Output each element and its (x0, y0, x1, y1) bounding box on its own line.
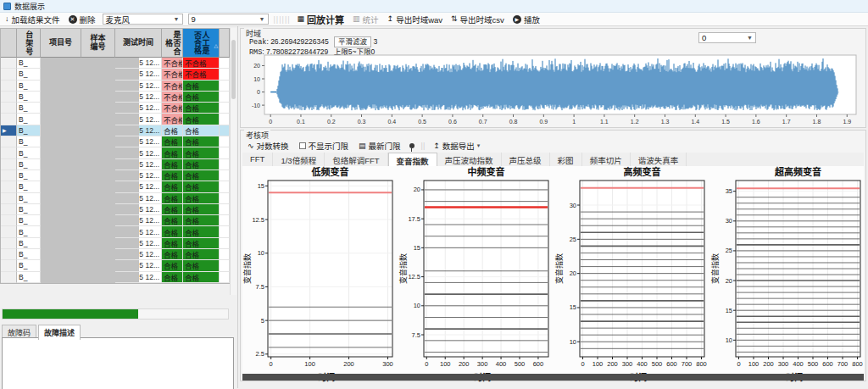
cell-test-time[interactable]: 5 12... (115, 147, 162, 158)
waveform-plot[interactable]: -100102000.10.20.30.40.50.60.70.80.911.1… (248, 53, 860, 127)
scrollbar-thumb[interactable] (231, 40, 236, 99)
col-header-time[interactable]: 测试时间 (115, 29, 162, 58)
cell-project-redacted[interactable] (41, 249, 81, 260)
table-row[interactable]: B_ 5 12... 合格 合格 (1, 170, 230, 181)
table-row[interactable]: B_ 5 12... 合格 合格 (1, 215, 230, 226)
cell-bench-id[interactable]: B_ (17, 215, 41, 226)
cell-manual-result[interactable]: 合格 (183, 103, 220, 114)
table-row[interactable]: B_ 5 12... 不合格 合格 (1, 114, 230, 125)
cell-bench-id[interactable]: B_ (17, 58, 41, 69)
row-header[interactable] (1, 260, 17, 271)
smoothing-filter-button[interactable]: 平滑滤波 (334, 36, 371, 47)
cell-project-redacted[interactable] (41, 58, 81, 69)
table-row[interactable]: ▶ B_ 5 12... 合格 合格 (1, 125, 230, 136)
table-row[interactable]: B_ 5 12... 合格 合格 (1, 272, 230, 283)
cell-auto-result[interactable]: 合格 (162, 272, 183, 283)
cell-auto-result[interactable]: 不合格 (162, 114, 183, 125)
cell-sample-redacted[interactable] (81, 147, 115, 158)
row-header[interactable] (1, 215, 17, 226)
hide-threshold-checkbox[interactable]: 不显示门限 (298, 140, 351, 152)
cell-manual-result[interactable]: 合格 (183, 159, 220, 170)
table-row[interactable]: B_ 5 12... 合格 合格 (1, 249, 230, 260)
cell-sample-redacted[interactable] (81, 125, 115, 136)
export-csv-button[interactable]: ⇅ 导出时域csv (449, 14, 506, 25)
cell-auto-result[interactable]: 合格 (162, 238, 183, 249)
cell-auto-result[interactable]: 合格 (162, 136, 183, 147)
cell-auto-result[interactable]: 合格 (162, 260, 183, 271)
cell-project-redacted[interactable] (41, 136, 81, 147)
fault-description-textarea[interactable] (2, 337, 234, 389)
cell-test-time[interactable]: 5 12... (115, 81, 162, 92)
cell-manual-result[interactable]: 不合格 (183, 58, 220, 69)
cell-test-time[interactable]: 5 12... (115, 204, 162, 215)
table-row[interactable]: B_ 5 12... 合格 合格 (1, 136, 230, 147)
row-header[interactable] (1, 58, 17, 69)
cell-bench-id[interactable]: B_ (17, 103, 41, 114)
cell-test-time[interactable]: 5 12... (115, 103, 162, 114)
table-row[interactable]: B_ 5 12... 不合格 合格 (1, 92, 230, 103)
cell-bench-id[interactable]: B_ (17, 249, 41, 260)
cell-auto-result[interactable]: 不合格 (162, 58, 183, 69)
table-row[interactable]: B_ 5 12... 不合格 合格 (1, 103, 230, 114)
col-header-manual-result[interactable]: 人工是否合格 △ (183, 29, 220, 58)
table-row[interactable]: B_ 5 12... 合格 合格 (1, 159, 230, 170)
cell-auto-result[interactable]: 合格 (162, 147, 183, 158)
row-header[interactable] (1, 103, 17, 114)
cell-bench-id[interactable]: B_ (17, 272, 41, 283)
cell-manual-result[interactable]: 合格 (183, 147, 220, 158)
table-row[interactable]: B_ 5 12... 合格 合格 (1, 181, 230, 192)
chart-低频变音[interactable]: 低频变音2.557.51012.5150100200300时间/s变音指数 (242, 166, 398, 381)
cell-manual-result[interactable]: 合格 (183, 226, 220, 237)
cell-auto-result[interactable]: 不合格 (162, 69, 183, 80)
cell-sample-redacted[interactable] (81, 249, 115, 260)
row-header[interactable] (1, 204, 17, 215)
row-header[interactable] (1, 272, 17, 283)
cell-project-redacted[interactable] (41, 114, 81, 125)
cell-project-redacted[interactable] (41, 147, 81, 158)
statistics-button[interactable]: ▥ 统计 (351, 14, 381, 25)
cell-sample-redacted[interactable] (81, 170, 115, 181)
cell-manual-result[interactable]: 合格 (183, 204, 220, 215)
col-header-auto-result[interactable]: 是否合格 (162, 29, 183, 58)
cell-auto-result[interactable]: 合格 (162, 204, 183, 215)
cell-project-redacted[interactable] (41, 125, 81, 136)
cell-project-redacted[interactable] (41, 204, 81, 215)
cell-auto-result[interactable]: 合格 (162, 193, 183, 204)
cell-project-redacted[interactable] (41, 260, 81, 271)
cell-manual-result[interactable]: 合格 (183, 193, 220, 204)
row-header[interactable] (1, 249, 17, 260)
cell-bench-id[interactable]: B_ (17, 125, 41, 136)
col-header-sample[interactable]: 样本 编号 (81, 29, 115, 58)
cell-bench-id[interactable]: B_ (17, 170, 41, 181)
cell-manual-result[interactable]: 合格 (183, 92, 220, 103)
play-button[interactable]: ▶ 播放 (511, 14, 542, 25)
cell-sample-redacted[interactable] (81, 193, 115, 204)
cell-test-time[interactable]: 5 12... (115, 260, 162, 271)
cell-auto-result[interactable]: 合格 (162, 170, 183, 181)
table-row[interactable]: B_ 5 12... 合格 合格 (1, 260, 230, 271)
cell-sample-redacted[interactable] (81, 238, 115, 249)
row-header[interactable] (1, 147, 17, 158)
cell-test-time[interactable]: 5 12... (115, 215, 162, 226)
cell-bench-id[interactable]: B_ (17, 181, 41, 192)
cell-bench-id[interactable]: B_ (17, 92, 41, 103)
cell-sample-redacted[interactable] (81, 215, 115, 226)
table-vertical-scrollbar[interactable] (230, 28, 236, 295)
row-header[interactable] (1, 238, 17, 249)
table-row[interactable]: B_ 5 12... 合格 合格 (1, 204, 230, 215)
cell-test-time[interactable]: 5 12... (115, 249, 162, 260)
row-header[interactable]: ▶ (1, 125, 17, 136)
cell-manual-result[interactable]: 合格 (183, 125, 220, 136)
cell-bench-id[interactable]: B_ (17, 114, 41, 125)
row-header[interactable] (1, 170, 17, 181)
table-row[interactable]: B_ 5 12... 不合格 不合格 (1, 69, 230, 80)
cell-auto-result[interactable]: 合格 (162, 159, 183, 170)
data-export-button[interactable]: ↥ 数据导出 ▾ (431, 140, 481, 152)
table-row[interactable]: B_ 5 12... 合格 合格 (1, 238, 230, 249)
cell-auto-result[interactable]: 不合格 (162, 81, 183, 92)
cell-manual-result[interactable]: 合格 (183, 272, 220, 283)
cell-auto-result[interactable]: 不合格 (162, 103, 183, 114)
col-header-project[interactable]: 项目号 (41, 29, 81, 58)
table-row[interactable]: B_ 5 12... 合格 合格 (1, 193, 230, 204)
cell-manual-result[interactable]: 合格 (183, 114, 220, 125)
